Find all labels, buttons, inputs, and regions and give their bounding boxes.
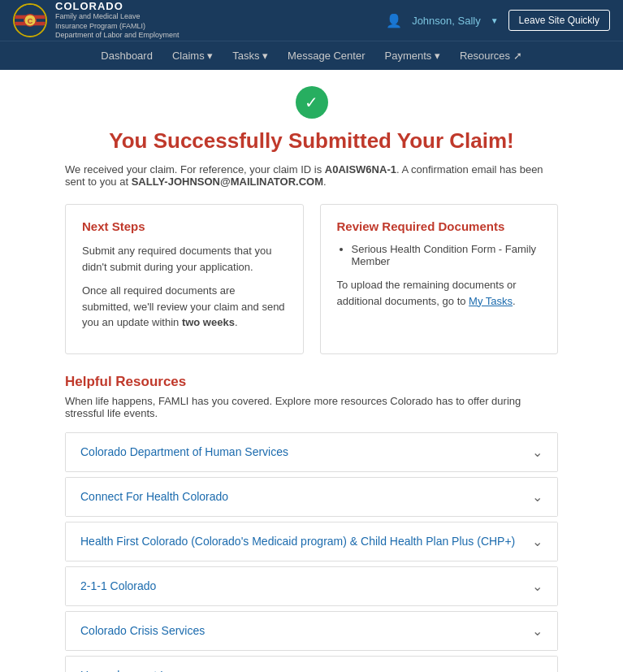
accordion-header-2[interactable]: Health First Colorado (Colorado's Medica…	[66, 522, 557, 561]
accordion-item-2: Health First Colorado (Colorado's Medica…	[65, 522, 558, 561]
accordion-item-0: Colorado Department of Human Services ⌄	[65, 432, 558, 472]
nav-payments[interactable]: Payments ▾	[385, 50, 440, 62]
accordion-label-1: Connect For Health Colorado	[80, 490, 228, 503]
accordion-label-5: Unemployment Insurance	[80, 669, 210, 672]
accordion-header-0[interactable]: Colorado Department of Human Services ⌄	[66, 433, 557, 471]
leave-site-button[interactable]: Leave Site Quickly	[508, 10, 610, 31]
next-steps-card: Next Steps Submit any required documents…	[65, 204, 304, 354]
chevron-down-icon-5: ⌄	[532, 668, 543, 673]
resources-desc: When life happens, FAMLI has you covered…	[65, 395, 558, 419]
chevron-down-icon-4: ⌄	[532, 623, 543, 639]
logo-text: COLORADO Family and Medical Leave Insura…	[55, 0, 180, 41]
chevron-down-icon-2: ⌄	[532, 534, 543, 549]
chevron-down-icon-1: ⌄	[532, 489, 543, 505]
main-content: ✓ You Successfully Submitted Your Claim!…	[0, 70, 623, 672]
next-steps-para2: Once all required documents are submitte…	[82, 283, 287, 331]
accordion-label-4: Colorado Crisis Services	[80, 624, 205, 637]
review-list-item: Serious Health Condition Form - Family M…	[352, 243, 542, 267]
nav-dashboard[interactable]: Dashboard	[101, 50, 153, 62]
accordion-item-4: Colorado Crisis Services ⌄	[65, 611, 558, 651]
svg-text:C: C	[28, 17, 33, 25]
success-title: You Successfully Submitted Your Claim!	[65, 128, 558, 154]
nav-resources[interactable]: Resources ➚	[460, 50, 522, 62]
cards-row: Next Steps Submit any required documents…	[65, 204, 558, 354]
state-seal-icon: C	[13, 3, 47, 37]
nav-claims[interactable]: Claims ▾	[172, 50, 213, 62]
accordion-header-5[interactable]: Unemployment Insurance ⌄	[66, 657, 557, 673]
review-list: Serious Health Condition Form - Family M…	[352, 243, 542, 267]
resources-title: Helpful Resources	[65, 374, 558, 390]
success-icon-area: ✓	[65, 86, 558, 119]
accordion-item-3: 2-1-1 Colorado ⌄	[65, 566, 558, 606]
accordion-header-4[interactable]: Colorado Crisis Services ⌄	[66, 612, 557, 650]
main-nav: Dashboard Claims ▾ Tasks ▾ Message Cente…	[0, 41, 623, 70]
review-title: Review Required Documents	[337, 219, 542, 233]
helpful-resources-section: Helpful Resources When life happens, FAM…	[65, 374, 558, 673]
accordion-item-1: Connect For Health Colorado ⌄	[65, 477, 558, 517]
header-right: 👤 Johnson, Sally ▼ Leave Site Quickly	[386, 10, 610, 31]
logo-area: C COLORADO Family and Medical Leave Insu…	[13, 0, 180, 41]
user-icon: 👤	[386, 13, 402, 28]
review-documents-card: Review Required Documents Serious Health…	[320, 204, 559, 354]
nav-tasks[interactable]: Tasks ▾	[232, 50, 268, 62]
confirmation-text: We received your claim. For reference, y…	[65, 163, 558, 188]
accordion-label-0: Colorado Department of Human Services	[80, 445, 288, 458]
nav-message-center[interactable]: Message Center	[288, 50, 365, 62]
next-steps-para1: Submit any required documents that you d…	[82, 243, 287, 275]
review-upload-text: To upload the remaining documents or add…	[337, 277, 542, 309]
user-menu[interactable]: Johnson, Sally	[412, 15, 481, 27]
accordion-header-1[interactable]: Connect For Health Colorado ⌄	[66, 478, 557, 516]
my-tasks-link[interactable]: My Tasks	[469, 295, 513, 307]
chevron-down-icon-0: ⌄	[532, 444, 543, 460]
accordion-header-3[interactable]: 2-1-1 Colorado ⌄	[66, 567, 557, 605]
header: C COLORADO Family and Medical Leave Insu…	[0, 0, 623, 41]
next-steps-title: Next Steps	[82, 219, 287, 233]
accordion-item-5: Unemployment Insurance ⌄	[65, 656, 558, 673]
accordion-label-3: 2-1-1 Colorado	[80, 579, 156, 592]
user-dropdown-icon: ▼	[491, 16, 499, 25]
accordion-label-2: Health First Colorado (Colorado's Medica…	[80, 535, 515, 548]
check-circle-icon: ✓	[296, 86, 328, 119]
chevron-down-icon-3: ⌄	[532, 579, 543, 594]
